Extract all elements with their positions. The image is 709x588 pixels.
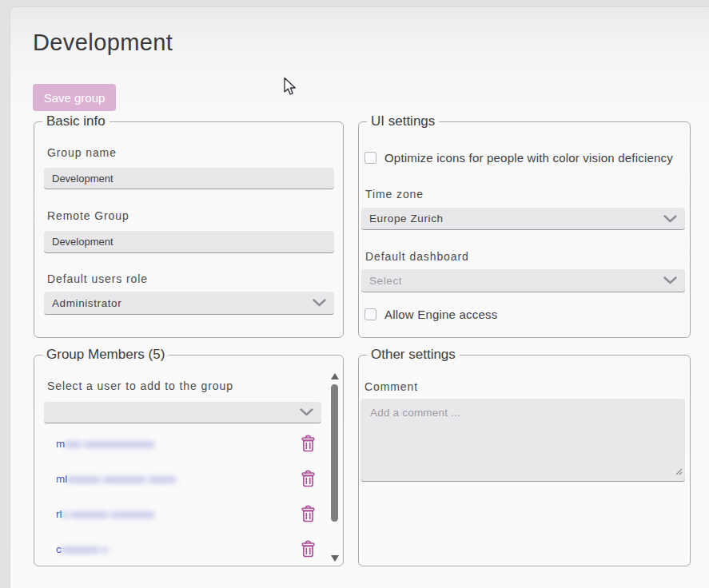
default-role-select[interactable]: Administrator [44,292,334,315]
member-link[interactable]: rlx xxxxxxx xxxxxxxx [56,508,154,520]
optimize-icons-label: Optimize icons for people with color vis… [384,151,673,165]
content-card: Development Save group Basic info Group … [10,6,709,588]
default-dashboard-select[interactable]: Select [361,269,685,292]
delete-member-button[interactable] [301,435,316,452]
other-settings-legend: Other settings [367,347,460,363]
ui-settings-section: UI settings Optimize icons for people wi… [358,121,691,338]
default-role-value: Administrator [52,297,308,309]
comment-textarea[interactable]: Add a comment ... [360,399,685,482]
remote-group-input[interactable] [44,231,334,253]
chevron-down-icon [663,276,677,284]
member-row: mlxxxxxx xxxxxxxx xxxxx [56,468,176,489]
group-name-label: Group name [47,146,117,159]
basic-info-legend: Basic info [42,113,110,129]
redacted-member-name: xxxxxx xxxxxxxx xxxxx [67,473,176,485]
member-row: mxxx xxxxxxxxxxxxx [56,433,154,454]
allow-engine-row: Allow Engine access [364,308,497,321]
delete-member-button[interactable] [301,470,316,487]
ui-settings-legend: UI settings [367,113,439,129]
time-zone-label: Time zone [365,188,424,201]
group-members-legend: Group Members (5) [42,347,169,363]
time-zone-value: Europe Zurich [369,213,659,224]
allow-engine-checkbox[interactable] [364,308,376,320]
resize-grip-icon[interactable] [675,466,683,478]
comment-label: Comment [364,380,418,393]
group-name-input[interactable] [44,168,334,189]
redacted-member-name: xxxxxxx x [62,543,108,555]
remote-group-label: Remote Group [47,209,129,222]
chevron-down-icon [663,215,677,223]
time-zone-select[interactable]: Europe Zurich [361,208,685,230]
chevron-down-icon [300,408,313,416]
group-members-section: Group Members (5) Select a user to add t… [34,355,344,566]
add-member-select[interactable] [44,402,321,423]
page-title: Development [33,30,173,56]
member-row: rlx xxxxxxx xxxxxxxx [56,503,154,524]
scroll-up-icon[interactable] [331,373,339,379]
add-member-label: Select a user to add to the group [47,379,233,392]
member-row: cxxxxxxx x [56,538,108,559]
redacted-member-name: xxx xxxxxxxxxxxxx [65,438,154,450]
delete-member-button[interactable] [301,505,316,522]
member-link[interactable]: mxxx xxxxxxxxxxxxx [56,438,154,450]
scroll-down-icon[interactable] [331,555,339,562]
redacted-member-name: x xxxxxxx xxxxxxxx [62,508,155,520]
comment-placeholder: Add a comment ... [370,407,460,419]
default-dashboard-label: Default dashboard [365,250,469,263]
default-dashboard-value: Select [369,275,659,287]
save-group-button[interactable]: Save group [33,84,116,111]
optimize-icons-checkbox[interactable] [364,152,376,164]
delete-member-button[interactable] [301,540,316,558]
default-role-label: Default users role [47,272,148,285]
optimize-icons-row: Optimize icons for people with color vis… [364,151,673,165]
chevron-down-icon [313,299,326,307]
members-scrollbar[interactable] [330,373,339,562]
basic-info-section: Basic info Group name Remote Group Defau… [34,121,344,338]
allow-engine-label: Allow Engine access [384,308,497,321]
member-link[interactable]: cxxxxxxx x [56,543,108,555]
other-settings-section: Other settings Comment Add a comment ... [358,355,691,566]
scrollbar-thumb[interactable] [331,384,338,522]
member-link[interactable]: mlxxxxxx xxxxxxxx xxxxx [56,473,176,485]
